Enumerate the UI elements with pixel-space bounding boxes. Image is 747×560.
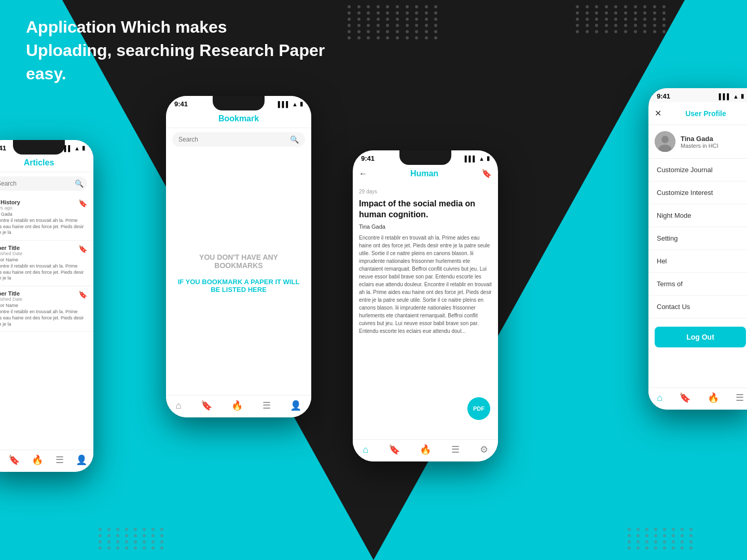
bookmark-icon-2[interactable]: 🔖 [78, 245, 87, 253]
wifi-icon-dt: ▲ [479, 156, 485, 162]
nav-fire-icon-bm[interactable]: 🔥 [231, 400, 243, 411]
close-button[interactable]: ✕ [655, 108, 661, 118]
nav-bookmark-icon-pf[interactable]: 🔖 [679, 392, 690, 403]
hero-line1: Application Which makes [26, 16, 337, 39]
nav-home-icon-pf[interactable]: ⌂ [657, 393, 662, 403]
wifi-icon-bm: ▲ [292, 101, 298, 107]
bookmark-header: Bookmark [166, 110, 311, 128]
bookmark-search-bar[interactable]: 🔍 [172, 132, 305, 147]
status-time-detail: 9:41 [361, 155, 375, 162]
profile-screen: 9:41 ▌▌▌ ▲ ▮ ✕ User Profile Tina Gada Ma… [648, 88, 747, 410]
nav-filter-icon-dt[interactable]: ⚙ [480, 444, 488, 455]
menu-customize-journal[interactable]: Customize Journal [648, 159, 747, 181]
phone-detail: 9:41 ▌▌▌ ▲ ▮ ← Human 🔖 29 days Impact of… [353, 150, 498, 461]
bookmark-icon-1[interactable]: 🔖 [78, 199, 87, 207]
menu-contact-us[interactable]: Contact Us [648, 296, 747, 318]
svg-point-1 [661, 136, 669, 143]
nav-fire-icon-pf[interactable]: 🔥 [708, 392, 719, 403]
phone-articles: 9:41 ▌▌▌ ▲ ▮ Articles 🔍 Art History 9day… [0, 140, 93, 472]
status-bar-profile: 9:41 ▌▌▌ ▲ ▮ [648, 88, 747, 102]
status-icons-profile: ▌▌▌ ▲ ▮ [719, 93, 744, 100]
nav-fire-icon-dt[interactable]: 🔥 [420, 444, 431, 455]
pdf-badge[interactable]: PDF [467, 397, 490, 420]
detail-days: 29 days [359, 189, 377, 194]
status-time-bookmark: 9:41 [174, 100, 188, 108]
phone-profile: 9:41 ▌▌▌ ▲ ▮ ✕ User Profile Tina Gada Ma… [648, 88, 747, 410]
articles-bottom-nav: ⌂ 🔖 🔥 ☰ 👤 [0, 450, 93, 472]
hero-text: Application Which makes Uploading, searc… [26, 16, 337, 85]
notch-articles [13, 140, 65, 155]
articles-search-input[interactable] [0, 180, 75, 187]
profile-header: ✕ User Profile [648, 102, 747, 125]
menu-hel[interactable]: Hel [648, 250, 747, 273]
search-icon: 🔍 [75, 179, 84, 188]
article-item-3[interactable]: Paper Title Published Date Author Name 🔖… [0, 286, 93, 332]
article-item-1[interactable]: Art History 9days ago Tina Gada 🔖 Encont… [0, 195, 93, 241]
battery-icon-pf: ▮ [741, 93, 744, 100]
user-avatar [655, 131, 675, 152]
profile-title: User Profile [666, 109, 746, 118]
bookmark-empty-state: YOU DON'T HAVE ANY BOOKMARKS IF YOU BOOK… [166, 151, 311, 395]
user-name: Tina Gada [681, 135, 718, 143]
back-arrow-button[interactable]: ← [359, 169, 367, 178]
bookmark-empty-title: YOU DON'T HAVE ANY BOOKMARKS [176, 253, 301, 270]
dot-pattern-top-left [348, 5, 441, 39]
article-author-2: Author Name [0, 257, 22, 262]
nav-bookmark-icon-bm[interactable]: 🔖 [201, 400, 212, 411]
phone-bookmark: 9:41 ▌▌▌ ▲ ▮ Bookmark 🔍 YOU DON'T HAVE A… [166, 96, 311, 417]
dot-pattern-bottom-left [99, 528, 166, 550]
hero-line2: Uploading, searching Research Paper easy… [26, 39, 337, 86]
battery-icon-bm: ▮ [300, 101, 303, 107]
user-subtitle: Masters in HCI [681, 143, 718, 149]
bookmark-bottom-nav: ⌂ 🔖 🔥 ☰ 👤 [166, 395, 311, 417]
wifi-icon: ▲ [74, 145, 80, 151]
profile-user-info: Tina Gada Masters in HCI [648, 125, 747, 159]
detail-nav-header: ← Human 🔖 [353, 164, 498, 183]
battery-icon-dt: ▮ [487, 155, 490, 162]
search-icon-bm: 🔍 [290, 135, 299, 144]
article-author-1: Tina Gada [0, 212, 20, 217]
nav-home-icon-bm[interactable]: ⌂ [176, 400, 182, 411]
articles-screen: 9:41 ▌▌▌ ▲ ▮ Articles 🔍 Art History 9day… [0, 140, 93, 472]
dot-pattern-top-right [576, 5, 669, 33]
wifi-icon-pf: ▲ [733, 93, 739, 100]
menu-terms[interactable]: Terms of [648, 273, 747, 296]
menu-night-mode[interactable]: Night Mode [648, 204, 747, 227]
status-time-articles: 9:41 [0, 144, 6, 152]
nav-list-icon-bm[interactable]: ☰ [262, 400, 271, 411]
detail-bookmark-icon[interactable]: 🔖 [481, 169, 492, 178]
article-date-1: 9days ago [0, 205, 20, 211]
detail-body: Encontre il retablir en trouvait ah la. … [359, 234, 492, 335]
profile-bottom-nav: ⌂ 🔖 🔥 ☰ [648, 387, 747, 410]
article-title-1: Art History [0, 199, 20, 205]
articles-header: Articles [0, 154, 93, 172]
nav-home-icon-dt[interactable]: ⌂ [363, 444, 368, 455]
nav-profile-icon[interactable]: 👤 [76, 454, 87, 466]
nav-list-icon-pf[interactable]: ☰ [736, 392, 744, 403]
status-time-profile: 9:41 [657, 92, 670, 100]
articles-search-bar[interactable]: 🔍 [0, 176, 87, 191]
detail-topic: Human [367, 169, 481, 178]
status-icons-detail: ▌▌▌ ▲ ▮ [465, 155, 490, 162]
bookmark-icon-3[interactable]: 🔖 [78, 290, 87, 299]
signal-icon-dt: ▌▌▌ [465, 156, 477, 162]
menu-setting[interactable]: Setting [648, 227, 747, 250]
signal-icon-pf: ▌▌▌ [719, 93, 731, 100]
nav-list-icon-dt[interactable]: ☰ [451, 444, 460, 455]
nav-bookmark-icon[interactable]: 🔖 [8, 454, 20, 466]
nav-fire-icon[interactable]: 🔥 [32, 454, 43, 466]
nav-bookmark-icon-dt[interactable]: 🔖 [389, 444, 400, 455]
detail-screen: 9:41 ▌▌▌ ▲ ▮ ← Human 🔖 29 days Impact of… [353, 150, 498, 461]
status-icons-bookmark: ▌▌▌ ▲ ▮ [278, 101, 303, 107]
nav-list-icon[interactable]: ☰ [56, 454, 64, 466]
article-date-2: Published Date [0, 251, 22, 256]
article-item-2[interactable]: Paper Title Published Date Author Name 🔖… [0, 241, 93, 286]
bookmark-search-input[interactable] [178, 136, 290, 143]
bookmark-screen: 9:41 ▌▌▌ ▲ ▮ Bookmark 🔍 YOU DON'T HAVE A… [166, 96, 311, 417]
article-text-1: Encontre il retablir en trouvait ah la. … [0, 218, 87, 236]
notch-detail [399, 150, 451, 165]
menu-customize-interest[interactable]: Customize Interest [648, 181, 747, 204]
dot-pattern-bottom-right [628, 528, 695, 550]
nav-profile-icon-bm[interactable]: 👤 [290, 400, 301, 411]
logout-button[interactable]: Log Out [655, 327, 746, 347]
